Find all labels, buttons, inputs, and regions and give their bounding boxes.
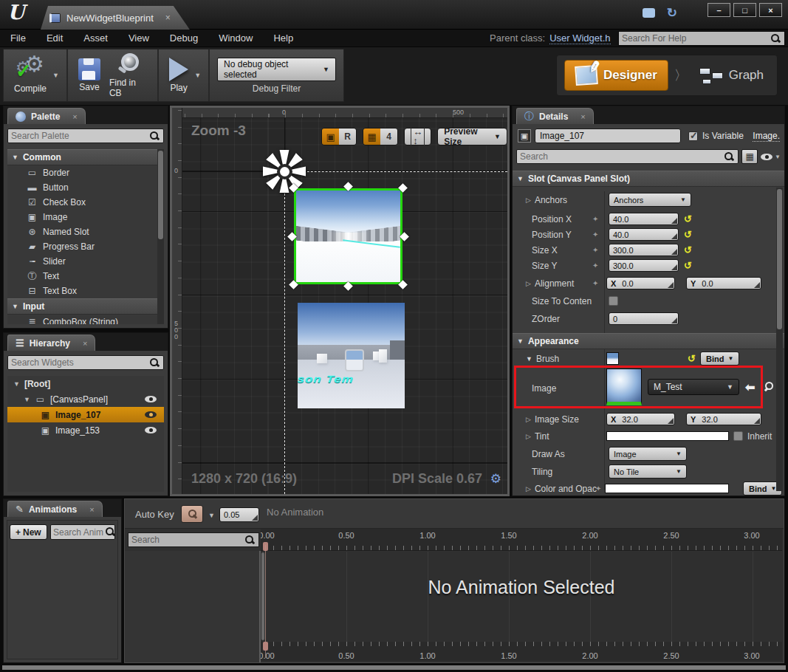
visibility-eye-icon[interactable] xyxy=(145,427,157,433)
designer-mode-button[interactable]: Designer xyxy=(564,60,668,91)
reset-to-default-icon[interactable]: ↺ xyxy=(684,229,692,240)
hierarchy-search-input[interactable] xyxy=(11,357,149,368)
play-button[interactable]: Play xyxy=(165,58,193,93)
palette-tab[interactable]: Palette × xyxy=(7,108,86,124)
tiling-dropdown[interactable]: No Tile▼ xyxy=(609,464,687,479)
parent-class-link[interactable]: User Widget.h xyxy=(549,32,610,44)
preview-size-dropdown[interactable]: Preview Size ▼ xyxy=(437,128,507,145)
details-scrollbar[interactable] xyxy=(776,188,783,491)
palette-search-input[interactable] xyxy=(11,131,149,141)
playhead-marker-bottom[interactable] xyxy=(263,642,268,651)
help-search-box[interactable] xyxy=(618,31,785,46)
selected-image-widget[interactable] xyxy=(294,188,402,284)
minimize-button[interactable]: – xyxy=(708,3,730,17)
details-tab[interactable]: ⓘ Details × xyxy=(516,108,594,124)
timeline-scrollbar[interactable] xyxy=(261,552,264,640)
chevron-down-icon[interactable]: ▼ xyxy=(208,512,215,519)
alignment-y-field[interactable]: Y0.0 xyxy=(686,277,761,289)
anchor-medallion[interactable] xyxy=(262,149,306,193)
browse-to-asset-icon[interactable] xyxy=(764,381,775,392)
tree-item-image-153[interactable]: ▣ Image_153 xyxy=(7,422,164,438)
menu-file[interactable]: File xyxy=(0,32,36,44)
snap-interval-field[interactable]: 0.05 xyxy=(219,507,259,522)
appearance-section-header[interactable]: ▼Appearance xyxy=(513,333,784,349)
image-153-widget[interactable]: rson Tem xyxy=(298,303,405,408)
bind-pin-icon[interactable]: ✦ xyxy=(592,261,598,270)
palette-section-common[interactable]: ▼Common xyxy=(7,149,164,165)
visibility-eye-icon[interactable] xyxy=(145,396,157,402)
zorder-field[interactable]: 0 xyxy=(609,312,679,325)
use-selected-asset-arrow-icon[interactable]: ⬅ xyxy=(745,380,755,394)
palette-scrollbar[interactable] xyxy=(157,149,164,324)
alignment-x-field[interactable]: X0.0 xyxy=(606,277,675,289)
asset-tab[interactable]: NewWidgetBlueprint × xyxy=(41,6,190,30)
material-sphere-thumbnail[interactable] xyxy=(606,368,642,405)
reset-to-default-icon[interactable]: ↺ xyxy=(684,260,692,271)
help-search-input[interactable] xyxy=(622,33,770,44)
image-size-x-field[interactable]: X32.0 xyxy=(606,413,675,425)
menu-window[interactable]: Window xyxy=(208,32,263,44)
size-y-field[interactable]: 300.0 xyxy=(609,259,679,272)
debug-object-dropdown[interactable]: No debug object selected ▼ xyxy=(217,58,336,81)
image-size-label[interactable]: ▷Image Size xyxy=(513,414,579,425)
compile-button[interactable]: ⚙⚙✓ Compile xyxy=(10,57,51,94)
new-animation-button[interactable]: + New xyxy=(10,524,47,540)
size-x-field[interactable]: 300.0 xyxy=(609,244,679,256)
dpi-settings-gear-icon[interactable]: ⚙ xyxy=(490,471,501,487)
hierarchy-tab[interactable]: ☰ Hierarchy × xyxy=(7,335,95,351)
tree-item-image-107[interactable]: ▣ Image_107 xyxy=(7,407,164,422)
timeline-search-box[interactable] xyxy=(128,532,259,547)
source-control-sync-icon[interactable]: ↻ xyxy=(667,5,677,21)
category-link[interactable]: Image. xyxy=(753,131,780,142)
canvas-grid[interactable]: Zoom -3 ▣ R ▦ 4 ↔↕ Preview Size ▼ xyxy=(182,118,507,494)
brush-bind-button[interactable]: Bind▼ xyxy=(700,352,739,366)
anchors-label[interactable]: ▷Anchors xyxy=(513,195,567,205)
bind-pin-icon[interactable]: ✦ xyxy=(592,230,598,239)
respect-locks-toggle[interactable]: R xyxy=(339,128,356,145)
anchors-dropdown[interactable]: Anchors▼ xyxy=(609,193,691,207)
palette-item-button[interactable]: ▬Button xyxy=(7,180,164,195)
palette-tab-close-icon[interactable]: × xyxy=(72,112,77,121)
palette-item-progress-bar[interactable]: ▰Progress Bar xyxy=(7,239,164,254)
details-search-input[interactable] xyxy=(520,151,724,162)
position-x-field[interactable]: 40.0 xyxy=(609,213,679,225)
bind-pin-icon[interactable]: ✦ xyxy=(595,484,601,493)
maximize-button[interactable]: □ xyxy=(733,3,756,17)
palette-item-text[interactable]: ⓉText xyxy=(7,269,164,284)
bind-pin-icon[interactable]: ✦ xyxy=(592,215,598,223)
hierarchy-search-box[interactable] xyxy=(7,355,164,370)
palette-item-combobox[interactable]: ≣ComboBox (String) xyxy=(7,315,164,324)
image-asset-dropdown[interactable]: M_Test▼ xyxy=(648,379,739,395)
slot-section-header[interactable]: ▼Slot (Canvas Panel Slot) xyxy=(513,171,784,187)
expander-icon[interactable]: ▼ xyxy=(13,380,20,388)
find-in-content-browser-button[interactable]: Find in CB xyxy=(105,52,151,98)
position-y-field[interactable]: 40.0 xyxy=(609,228,679,241)
brush-label[interactable]: ▼Brush xyxy=(513,354,559,364)
tint-color-bar[interactable] xyxy=(606,431,729,441)
bind-pin-icon[interactable]: ✦ xyxy=(592,246,598,254)
details-search-box[interactable] xyxy=(516,149,739,164)
timeline-ruler-top[interactable]: 0.00 0.50 1.00 1.50 2.00 2.50 3.00 xyxy=(261,529,782,551)
inherit-checkbox[interactable] xyxy=(733,431,743,441)
save-button[interactable]: Save xyxy=(74,58,105,92)
reset-to-default-icon[interactable]: ↺ xyxy=(688,353,696,364)
menu-edit[interactable]: Edit xyxy=(36,32,73,44)
brush-thumbnail[interactable] xyxy=(606,352,619,365)
zoom-to-fit-button[interactable]: ↔↕ xyxy=(404,128,431,145)
timeline-search-input[interactable] xyxy=(131,535,244,545)
resize-handle[interactable] xyxy=(287,232,297,241)
tree-item-canvas-panel[interactable]: ▼ ▭ [CanvasPanel] xyxy=(7,391,164,407)
graph-mode-button[interactable]: Graph xyxy=(693,66,770,84)
menu-view[interactable]: View xyxy=(118,32,160,44)
animations-search-box[interactable] xyxy=(50,524,115,540)
menu-help[interactable]: Help xyxy=(263,32,304,44)
animations-search-input[interactable] xyxy=(53,527,105,538)
animations-tab[interactable]: ✎ Animations × xyxy=(7,501,103,517)
visibility-eye-icon[interactable] xyxy=(145,411,157,418)
timeline-ruler-bottom[interactable]: 0.00 0.50 1.00 1.50 2.00 2.50 3.00 xyxy=(261,642,782,661)
expander-icon[interactable]: ▼ xyxy=(24,396,30,403)
grid-snap-size-dropdown[interactable]: 4 xyxy=(380,128,397,145)
view-options-button[interactable]: ▼ xyxy=(761,154,781,160)
auto-key-button[interactable] xyxy=(181,505,203,523)
menu-debug[interactable]: Debug xyxy=(160,32,208,44)
